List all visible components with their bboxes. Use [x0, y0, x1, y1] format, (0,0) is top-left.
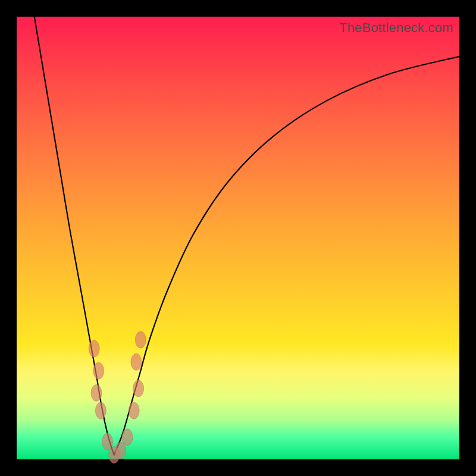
data-marker: [122, 429, 133, 446]
curve-left-branch: [35, 17, 114, 455]
data-marker: [95, 402, 106, 419]
data-marker: [89, 340, 99, 357]
curve-layer: [17, 17, 459, 459]
data-marker: [131, 353, 142, 370]
marker-group: [89, 331, 146, 463]
data-marker: [133, 380, 144, 397]
chart-frame: TheBottleneck.com: [0, 0, 476, 476]
data-marker: [129, 402, 139, 419]
data-marker: [115, 442, 126, 459]
data-marker: [93, 362, 104, 379]
data-marker: [91, 384, 102, 401]
data-marker: [102, 433, 113, 450]
plot-area: TheBottleneck.com: [17, 17, 459, 459]
curve-right-branch: [114, 57, 459, 455]
data-marker: [135, 331, 146, 348]
